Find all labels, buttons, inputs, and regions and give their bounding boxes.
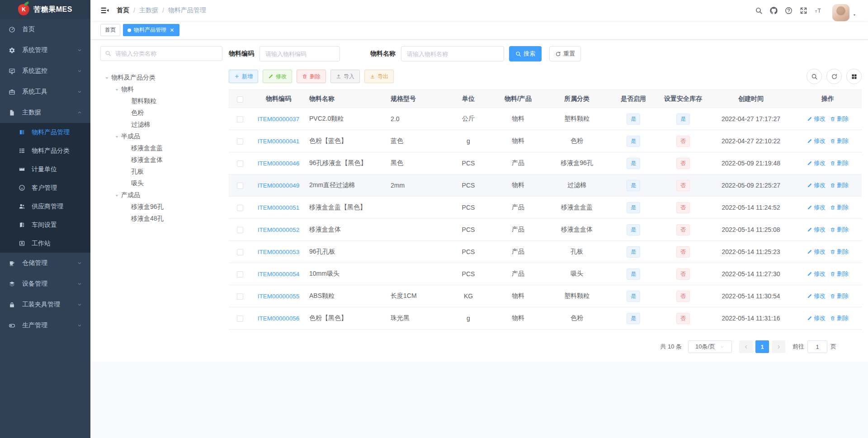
tree-node[interactable]: 色粉	[100, 107, 222, 119]
row-checkbox[interactable]	[237, 227, 243, 233]
sidebar-item-home[interactable]: 首页	[0, 19, 90, 40]
sidebar-item-system-mgmt[interactable]: 系统管理	[0, 40, 90, 61]
column-header[interactable]: 设置安全库存	[658, 90, 708, 108]
reset-button[interactable]: 重置	[549, 46, 581, 61]
help-icon[interactable]	[785, 7, 793, 14]
edit-link[interactable]: 修改	[807, 181, 826, 189]
sidebar-subitem-measure-unit[interactable]: 计量单位	[0, 160, 90, 179]
sidebar-item-system-tools[interactable]: 系统工具	[0, 81, 90, 102]
column-header[interactable]: 是否启用	[609, 90, 658, 108]
sidebar-item-warehouse-mgmt[interactable]: 仓储管理	[0, 253, 90, 273]
material-code-input[interactable]	[259, 46, 340, 61]
edit-button[interactable]: 修改	[263, 70, 292, 83]
material-code-link[interactable]: ITEM00000052	[258, 226, 299, 233]
edit-link[interactable]: 修改	[807, 159, 826, 167]
material-code-link[interactable]: ITEM00000037	[258, 116, 299, 122]
delete-link[interactable]: 删除	[830, 137, 849, 145]
edit-link[interactable]: 修改	[807, 314, 826, 322]
material-code-link[interactable]: ITEM00000049	[258, 182, 299, 189]
page-number-button[interactable]: 1	[755, 340, 769, 353]
material-code-link[interactable]: ITEM00000051	[258, 204, 299, 211]
tree-node[interactable]: 移液盒48孔	[100, 213, 222, 225]
sidebar-item-master-data[interactable]: 主数据	[0, 102, 90, 123]
row-checkbox[interactable]	[237, 271, 243, 278]
row-checkbox[interactable]	[237, 116, 243, 122]
sidebar-subitem-material-product-mgmt[interactable]: 物料产品管理	[0, 123, 90, 141]
material-code-link[interactable]: ITEM00000041	[258, 138, 299, 145]
column-header[interactable]: 操作	[794, 90, 862, 108]
column-header[interactable]: 创建时间	[708, 90, 794, 108]
column-header[interactable]: 规格型号	[387, 90, 446, 108]
delete-link[interactable]: 删除	[830, 226, 849, 234]
edit-link[interactable]: 修改	[807, 226, 826, 234]
material-name-input[interactable]	[401, 46, 504, 61]
tree-caret-icon[interactable]	[112, 86, 121, 93]
row-checkbox[interactable]	[237, 160, 243, 167]
material-code-link[interactable]: ITEM00000055	[258, 293, 299, 300]
search-icon[interactable]	[755, 7, 763, 14]
sidebar-item-equipment-mgmt[interactable]: 设备管理	[0, 273, 90, 294]
sidebar-subitem-supplier-mgmt[interactable]: 供应商管理	[0, 197, 90, 216]
prev-page-button[interactable]	[739, 340, 753, 353]
tab-home[interactable]: 首页	[100, 24, 120, 36]
row-checkbox[interactable]	[237, 183, 243, 189]
add-button[interactable]: 新增	[229, 70, 258, 83]
column-header[interactable]: 物料/产品	[491, 90, 545, 108]
sidebar-item-tooling-fixture-mgmt[interactable]: 工装夹具管理	[0, 294, 90, 315]
select-all-checkbox[interactable]	[237, 96, 243, 103]
sidebar-item-system-monitor[interactable]: 系统监控	[0, 61, 90, 81]
tree-node[interactable]: 移液盒96孔	[100, 201, 222, 213]
edit-link[interactable]: 修改	[807, 270, 826, 278]
user-menu[interactable]	[832, 4, 857, 21]
delete-link[interactable]: 删除	[830, 159, 849, 167]
delete-link[interactable]: 删除	[830, 314, 849, 322]
edit-link[interactable]: 修改	[807, 292, 826, 300]
row-checkbox[interactable]	[237, 249, 243, 255]
close-icon[interactable]	[169, 27, 175, 33]
row-checkbox[interactable]	[237, 138, 243, 145]
tree-caret-icon[interactable]	[112, 133, 121, 140]
material-code-link[interactable]: ITEM00000046	[258, 160, 299, 167]
refresh-button[interactable]	[826, 69, 842, 84]
tree-node[interactable]: 孔板	[100, 166, 222, 178]
column-header[interactable]: 所属分类	[545, 90, 609, 108]
hamburger-menu-icon[interactable]	[100, 6, 109, 15]
fullscreen-icon[interactable]	[800, 7, 807, 14]
column-header[interactable]: 单位	[446, 90, 491, 108]
delete-link[interactable]: 删除	[830, 203, 849, 212]
tree-node[interactable]: 吸头	[100, 178, 222, 189]
tree-caret-icon[interactable]	[112, 192, 121, 198]
material-code-link[interactable]: ITEM00000053	[258, 249, 299, 255]
tree-node[interactable]: 产成品	[100, 189, 222, 201]
tree-caret-icon[interactable]	[102, 75, 111, 81]
app-logo[interactable]: K 苦糖果MES	[0, 0, 90, 19]
import-button[interactable]: 导入	[330, 70, 360, 83]
column-header[interactable]: 物料名称	[306, 90, 387, 108]
row-checkbox[interactable]	[237, 205, 243, 211]
row-checkbox[interactable]	[237, 293, 243, 300]
page-size-select[interactable]: 10条/页	[688, 340, 732, 353]
delete-link[interactable]: 删除	[830, 270, 849, 278]
tree-node[interactable]: 物料	[100, 84, 222, 95]
toggle-search-button[interactable]	[807, 69, 822, 84]
tree-node[interactable]: 移液盒盒体	[100, 154, 222, 166]
breadcrumb-item[interactable]: 首页	[117, 6, 129, 14]
delete-button[interactable]: 删除	[297, 70, 326, 83]
tree-node[interactable]: 移液盒盒盖	[100, 142, 222, 154]
edit-link[interactable]: 修改	[807, 137, 826, 145]
row-checkbox[interactable]	[237, 316, 243, 322]
sidebar-subitem-material-product-category[interactable]: 物料产品分类	[0, 141, 90, 160]
avatar[interactable]	[832, 4, 849, 21]
sidebar-item-production-mgmt[interactable]: 生产管理	[0, 315, 90, 336]
material-code-link[interactable]: ITEM00000054	[258, 271, 299, 278]
github-icon[interactable]	[770, 7, 778, 14]
export-button[interactable]: 导出	[364, 70, 394, 83]
font-size-icon[interactable]: TT	[815, 7, 822, 14]
delete-link[interactable]: 删除	[830, 248, 849, 256]
tree-node[interactable]: 过滤棉	[100, 119, 222, 131]
sidebar-subitem-customer-mgmt[interactable]: 客户管理	[0, 179, 90, 197]
tree-node[interactable]: 半成品	[100, 131, 222, 142]
edit-link[interactable]: 修改	[807, 203, 826, 212]
edit-link[interactable]: 修改	[807, 115, 826, 123]
delete-link[interactable]: 删除	[830, 292, 849, 300]
